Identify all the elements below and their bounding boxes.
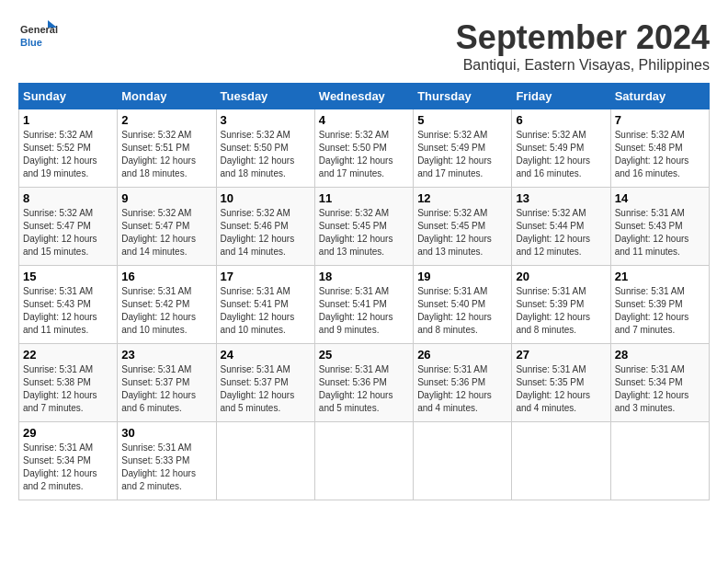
calendar-cell: 22Sunrise: 5:31 AMSunset: 5:38 PMDayligh… bbox=[19, 344, 118, 422]
day-info: Sunrise: 5:32 AMSunset: 5:49 PMDaylight:… bbox=[417, 129, 507, 180]
calendar-cell: 18Sunrise: 5:31 AMSunset: 5:41 PMDayligh… bbox=[314, 266, 413, 344]
day-info: Sunrise: 5:32 AMSunset: 5:50 PMDaylight:… bbox=[319, 129, 409, 180]
calendar-cell bbox=[610, 422, 709, 500]
calendar-cell: 2Sunrise: 5:32 AMSunset: 5:51 PMDaylight… bbox=[118, 109, 216, 188]
column-header-wednesday: Wednesday bbox=[314, 84, 413, 109]
calendar-week-row: 15Sunrise: 5:31 AMSunset: 5:43 PMDayligh… bbox=[19, 266, 710, 344]
day-info: Sunrise: 5:32 AMSunset: 5:48 PMDaylight:… bbox=[615, 129, 705, 180]
day-number: 5 bbox=[417, 113, 507, 127]
day-info: Sunrise: 5:32 AMSunset: 5:44 PMDaylight:… bbox=[516, 207, 606, 259]
column-header-sunday: Sunday bbox=[19, 84, 118, 109]
day-number: 10 bbox=[221, 191, 311, 205]
calendar-cell: 8Sunrise: 5:32 AMSunset: 5:47 PMDaylight… bbox=[19, 188, 118, 266]
title-block: September 2024 Bantiqui, Eastern Visayas… bbox=[456, 18, 710, 74]
calendar-cell: 3Sunrise: 5:32 AMSunset: 5:50 PMDaylight… bbox=[216, 109, 314, 188]
calendar-cell: 15Sunrise: 5:31 AMSunset: 5:43 PMDayligh… bbox=[19, 266, 118, 344]
calendar-cell bbox=[314, 422, 413, 500]
day-info: Sunrise: 5:32 AMSunset: 5:45 PMDaylight:… bbox=[319, 207, 409, 259]
day-info: Sunrise: 5:31 AMSunset: 5:36 PMDaylight:… bbox=[319, 363, 409, 415]
day-info: Sunrise: 5:32 AMSunset: 5:45 PMDaylight:… bbox=[417, 207, 507, 259]
day-number: 22 bbox=[23, 348, 113, 362]
day-number: 14 bbox=[615, 191, 705, 205]
day-number: 16 bbox=[121, 270, 211, 283]
day-info: Sunrise: 5:31 AMSunset: 5:34 PMDaylight:… bbox=[23, 442, 113, 493]
column-header-tuesday: Tuesday bbox=[216, 84, 314, 109]
day-info: Sunrise: 5:31 AMSunset: 5:35 PMDaylight:… bbox=[516, 363, 606, 415]
calendar-cell bbox=[216, 422, 314, 500]
day-number: 8 bbox=[23, 191, 113, 205]
calendar-cell: 6Sunrise: 5:32 AMSunset: 5:49 PMDaylight… bbox=[512, 109, 610, 188]
day-number: 23 bbox=[121, 348, 211, 362]
day-info: Sunrise: 5:31 AMSunset: 5:40 PMDaylight:… bbox=[417, 285, 507, 337]
day-number: 26 bbox=[417, 348, 507, 362]
day-info: Sunrise: 5:32 AMSunset: 5:52 PMDaylight:… bbox=[23, 129, 113, 180]
page-header: General Blue September 2024 Bantiqui, Ea… bbox=[18, 18, 710, 74]
day-number: 25 bbox=[319, 348, 409, 362]
calendar-cell: 9Sunrise: 5:32 AMSunset: 5:47 PMDaylight… bbox=[118, 188, 216, 266]
day-number: 11 bbox=[319, 191, 409, 205]
column-header-thursday: Thursday bbox=[414, 84, 512, 109]
day-info: Sunrise: 5:31 AMSunset: 5:43 PMDaylight:… bbox=[615, 207, 705, 259]
day-number: 4 bbox=[319, 113, 409, 127]
calendar-cell: 25Sunrise: 5:31 AMSunset: 5:36 PMDayligh… bbox=[314, 344, 413, 422]
calendar-cell: 24Sunrise: 5:31 AMSunset: 5:37 PMDayligh… bbox=[216, 344, 314, 422]
day-info: Sunrise: 5:32 AMSunset: 5:51 PMDaylight:… bbox=[121, 129, 211, 180]
day-number: 21 bbox=[615, 270, 705, 283]
day-info: Sunrise: 5:32 AMSunset: 5:46 PMDaylight:… bbox=[221, 207, 311, 259]
day-number: 28 bbox=[615, 348, 705, 362]
svg-text:Blue: Blue bbox=[20, 37, 42, 48]
calendar-cell: 23Sunrise: 5:31 AMSunset: 5:37 PMDayligh… bbox=[118, 344, 216, 422]
logo-svg: General Blue bbox=[18, 18, 59, 55]
calendar-cell: 1Sunrise: 5:32 AMSunset: 5:52 PMDaylight… bbox=[19, 109, 118, 188]
calendar-cell bbox=[414, 422, 512, 500]
day-info: Sunrise: 5:31 AMSunset: 5:41 PMDaylight:… bbox=[221, 285, 311, 337]
calendar-cell: 11Sunrise: 5:32 AMSunset: 5:45 PMDayligh… bbox=[314, 188, 413, 266]
calendar-cell: 13Sunrise: 5:32 AMSunset: 5:44 PMDayligh… bbox=[512, 188, 610, 266]
calendar-cell: 10Sunrise: 5:32 AMSunset: 5:46 PMDayligh… bbox=[216, 188, 314, 266]
day-number: 30 bbox=[121, 426, 211, 440]
day-number: 20 bbox=[516, 270, 606, 283]
day-info: Sunrise: 5:31 AMSunset: 5:37 PMDaylight:… bbox=[121, 363, 211, 415]
month-title: September 2024 bbox=[456, 18, 710, 57]
day-number: 6 bbox=[516, 113, 606, 127]
day-info: Sunrise: 5:31 AMSunset: 5:33 PMDaylight:… bbox=[121, 442, 211, 493]
calendar-week-row: 29Sunrise: 5:31 AMSunset: 5:34 PMDayligh… bbox=[19, 422, 710, 500]
calendar-cell: 17Sunrise: 5:31 AMSunset: 5:41 PMDayligh… bbox=[216, 266, 314, 344]
day-info: Sunrise: 5:31 AMSunset: 5:39 PMDaylight:… bbox=[516, 285, 606, 337]
column-header-monday: Monday bbox=[118, 84, 216, 109]
calendar-cell: 7Sunrise: 5:32 AMSunset: 5:48 PMDaylight… bbox=[610, 109, 709, 188]
day-number: 15 bbox=[23, 270, 113, 283]
calendar-cell: 12Sunrise: 5:32 AMSunset: 5:45 PMDayligh… bbox=[414, 188, 512, 266]
day-info: Sunrise: 5:32 AMSunset: 5:50 PMDaylight:… bbox=[221, 129, 311, 180]
day-number: 9 bbox=[121, 191, 211, 205]
day-info: Sunrise: 5:31 AMSunset: 5:37 PMDaylight:… bbox=[221, 363, 311, 415]
day-number: 2 bbox=[121, 113, 211, 127]
calendar-week-row: 22Sunrise: 5:31 AMSunset: 5:38 PMDayligh… bbox=[19, 344, 710, 422]
day-number: 3 bbox=[221, 113, 311, 127]
day-number: 13 bbox=[516, 191, 606, 205]
day-info: Sunrise: 5:31 AMSunset: 5:39 PMDaylight:… bbox=[615, 285, 705, 337]
day-info: Sunrise: 5:31 AMSunset: 5:43 PMDaylight:… bbox=[23, 285, 113, 337]
day-number: 1 bbox=[23, 113, 113, 127]
day-number: 24 bbox=[221, 348, 311, 362]
calendar-table: SundayMondayTuesdayWednesdayThursdayFrid… bbox=[18, 83, 710, 500]
calendar-cell: 4Sunrise: 5:32 AMSunset: 5:50 PMDaylight… bbox=[314, 109, 413, 188]
day-number: 7 bbox=[615, 113, 705, 127]
day-info: Sunrise: 5:31 AMSunset: 5:42 PMDaylight:… bbox=[121, 285, 211, 337]
day-info: Sunrise: 5:32 AMSunset: 5:49 PMDaylight:… bbox=[516, 129, 606, 180]
calendar-cell: 14Sunrise: 5:31 AMSunset: 5:43 PMDayligh… bbox=[610, 188, 709, 266]
calendar-cell: 26Sunrise: 5:31 AMSunset: 5:36 PMDayligh… bbox=[414, 344, 512, 422]
day-info: Sunrise: 5:31 AMSunset: 5:36 PMDaylight:… bbox=[417, 363, 507, 415]
day-info: Sunrise: 5:32 AMSunset: 5:47 PMDaylight:… bbox=[23, 207, 113, 259]
calendar-week-row: 8Sunrise: 5:32 AMSunset: 5:47 PMDaylight… bbox=[19, 188, 710, 266]
calendar-cell: 20Sunrise: 5:31 AMSunset: 5:39 PMDayligh… bbox=[512, 266, 610, 344]
day-info: Sunrise: 5:32 AMSunset: 5:47 PMDaylight:… bbox=[121, 207, 211, 259]
day-info: Sunrise: 5:31 AMSunset: 5:34 PMDaylight:… bbox=[615, 363, 705, 415]
column-header-friday: Friday bbox=[512, 84, 610, 109]
calendar-cell: 19Sunrise: 5:31 AMSunset: 5:40 PMDayligh… bbox=[414, 266, 512, 344]
calendar-cell: 29Sunrise: 5:31 AMSunset: 5:34 PMDayligh… bbox=[19, 422, 118, 500]
calendar-cell: 28Sunrise: 5:31 AMSunset: 5:34 PMDayligh… bbox=[610, 344, 709, 422]
calendar-week-row: 1Sunrise: 5:32 AMSunset: 5:52 PMDaylight… bbox=[19, 109, 710, 188]
column-header-saturday: Saturday bbox=[610, 84, 709, 109]
calendar-cell: 30Sunrise: 5:31 AMSunset: 5:33 PMDayligh… bbox=[118, 422, 216, 500]
